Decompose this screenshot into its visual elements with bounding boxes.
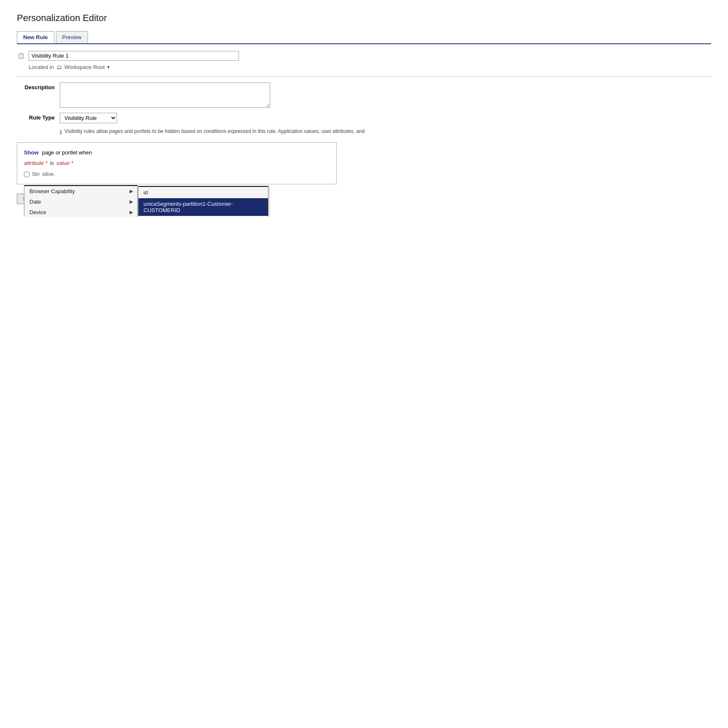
- condition-header: Show page or portlet when: [24, 149, 329, 156]
- workspace-icon: 🗂: [56, 64, 62, 70]
- menu-item-device[interactable]: Device ▶: [24, 207, 137, 217]
- condition-content: attribute * Browser Capability ▶ Date ▶: [24, 160, 329, 166]
- divider-1: [17, 76, 711, 77]
- unica-submenu: id unicaSegments-partition1-Customer-CUS…: [138, 186, 268, 217]
- tab-preview[interactable]: Preview: [56, 31, 88, 43]
- description-textarea[interactable]: [60, 82, 270, 108]
- condition-box: Show page or portlet when attribute * Br…: [17, 142, 337, 184]
- info-row: ℹ Visibility rules allow pages and portl…: [60, 128, 711, 136]
- arrow-right-icon: ▶: [130, 199, 133, 205]
- attribute-row: attribute * Browser Capability ▶ Date ▶: [24, 160, 329, 166]
- attribute-dropdown-menu: Browser Capability ▶ Date ▶ Device ▶ R: [24, 185, 138, 217]
- arrow-right-icon: ▶: [130, 210, 133, 215]
- strict-label: Stri: [32, 171, 40, 177]
- tab-new-rule[interactable]: New Rule: [17, 31, 54, 43]
- workspace-dropdown-arrow[interactable]: ▾: [107, 64, 110, 70]
- rule-type-label: Rule Type: [17, 113, 55, 121]
- value-label: value *: [56, 160, 73, 166]
- located-in-row: Located in 🗂 Workspace Root ▾: [29, 64, 711, 70]
- info-icon: ℹ: [60, 129, 62, 136]
- rule-type-row: Rule Type Visibility Rule Targeting Rule: [17, 113, 711, 123]
- description-row: Description: [17, 82, 711, 108]
- page-title: Personalization Editor: [17, 13, 711, 24]
- strict-checkbox[interactable]: [24, 172, 29, 177]
- description-label: Description: [17, 82, 55, 90]
- strict-row: Stri sitive.: [24, 171, 329, 177]
- tabs-bar: New Rule Preview: [17, 31, 711, 44]
- submenu-item-id[interactable]: id: [138, 187, 268, 198]
- submenu-item-unica-segments[interactable]: unicaSegments-partition1-Customer-CUSTOM…: [138, 198, 268, 216]
- page-portlet-when-label: page or portlet when: [42, 149, 92, 156]
- arrow-right-icon: ▶: [130, 189, 133, 194]
- attribute-label[interactable]: attribute *: [24, 160, 48, 166]
- menu-item-date[interactable]: Date ▶: [24, 197, 137, 207]
- page-container: Personalization Editor New Rule Preview …: [0, 0, 728, 217]
- attribute-dropdown-wrapper: attribute * Browser Capability ▶ Date ▶: [24, 160, 48, 166]
- workspace-label: Workspace Root: [64, 64, 105, 70]
- rule-name-row: 📋: [17, 51, 711, 61]
- strict-suffix: sitive.: [42, 171, 55, 177]
- is-label: is: [50, 160, 54, 166]
- info-text: Visibility rules allow pages and portlet…: [64, 128, 365, 134]
- located-in-label: Located in: [29, 64, 54, 70]
- menu-item-browser-capability[interactable]: Browser Capability ▶: [24, 186, 137, 197]
- rule-icon: 📋: [17, 52, 25, 60]
- rule-name-input[interactable]: [29, 51, 239, 61]
- show-label: Show: [24, 149, 39, 156]
- rule-type-select[interactable]: Visibility Rule Targeting Rule: [60, 113, 117, 123]
